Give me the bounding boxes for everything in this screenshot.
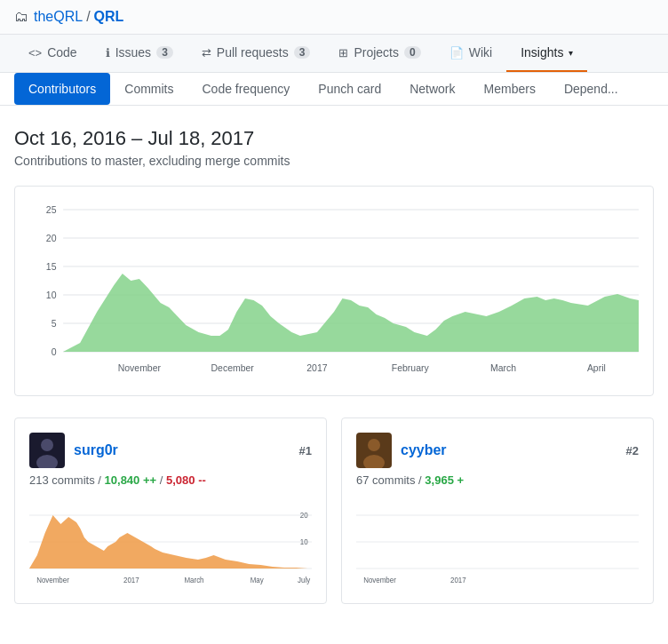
- code-icon: <>: [28, 46, 42, 60]
- contributor-2-name[interactable]: cyyber: [401, 442, 447, 458]
- svg-point-32: [368, 439, 380, 451]
- tab-projects[interactable]: ⊞ Projects 0: [324, 35, 434, 72]
- tab-projects-label: Projects: [354, 45, 399, 60]
- tab-pr-label: Pull requests: [217, 45, 289, 60]
- contributor-2-chart: November 2017: [356, 497, 639, 586]
- contributor-1-deletions: 5,080 --: [166, 473, 206, 487]
- contributors-grid: surg0r #1 213 commits / 10,840 ++ / 5,08…: [14, 417, 654, 604]
- contributor-2-stats: 67 commits / 3,965 +: [356, 473, 639, 487]
- contributor-2-avatar: [356, 433, 392, 468]
- contributor-1-name[interactable]: surg0r: [74, 442, 118, 458]
- pr-icon: ⇄: [202, 46, 211, 60]
- contributor-1-sep2: /: [160, 473, 166, 487]
- svg-text:2017: 2017: [450, 576, 466, 585]
- repo-name-link[interactable]: QRL: [94, 9, 124, 25]
- svg-text:November: November: [363, 576, 396, 585]
- tab-wiki[interactable]: 📄 Wiki: [435, 35, 506, 72]
- sub-tabs: Contributors Commits Code frequency Punc…: [0, 73, 668, 106]
- contributor-1-header: surg0r #1: [29, 433, 312, 468]
- svg-text:December: December: [211, 362, 255, 373]
- tab-issues[interactable]: ℹ Issues 3: [91, 35, 187, 72]
- tab-insights[interactable]: Insights ▾: [506, 35, 587, 72]
- contributor-1-sep1: /: [98, 473, 104, 487]
- pr-badge: 3: [294, 46, 311, 59]
- subtab-commits[interactable]: Commits: [110, 73, 187, 105]
- contributor-2-info: cyyber: [356, 433, 447, 468]
- svg-text:0: 0: [52, 346, 57, 357]
- svg-text:2017: 2017: [123, 576, 139, 585]
- nav-tabs: <> Code ℹ Issues 3 ⇄ Pull requests 3 ⊞ P…: [0, 35, 668, 73]
- contributor-1-additions: 10,840 ++: [105, 473, 157, 487]
- svg-text:5: 5: [52, 318, 57, 329]
- contributor-card-1: surg0r #1 213 commits / 10,840 ++ / 5,08…: [14, 417, 327, 604]
- projects-icon: ⊞: [338, 46, 348, 60]
- issues-badge: 3: [156, 46, 173, 59]
- main-content: Oct 16, 2016 – Jul 18, 2017 Contribution…: [0, 106, 668, 625]
- subtab-code-frequency[interactable]: Code frequency: [188, 73, 305, 105]
- contributor-2-rank: #2: [626, 444, 639, 457]
- svg-text:2017: 2017: [306, 362, 327, 373]
- main-chart-svg: 25 20 15 10 5 0 November December 2017 F…: [29, 201, 639, 378]
- subtab-dependents[interactable]: Depend...: [550, 73, 632, 105]
- issues-icon: ℹ: [106, 46, 110, 60]
- contributor-1-commits: 213 commits: [29, 473, 95, 487]
- svg-point-19: [41, 439, 53, 451]
- contributor-1-rank: #1: [299, 444, 312, 457]
- tab-insights-label: Insights: [521, 45, 563, 60]
- contributor-2-header: cyyber #2: [356, 433, 639, 468]
- subtab-contributors[interactable]: Contributors: [14, 73, 110, 105]
- subtitle: Contributions to master, excluding merge…: [14, 154, 654, 168]
- svg-text:March: March: [490, 362, 516, 373]
- projects-badge: 0: [404, 46, 421, 59]
- svg-text:25: 25: [46, 204, 57, 215]
- contributor-1-chart: 20 10 November 2017 March May July: [29, 497, 312, 586]
- contributor-1-stats: 213 commits / 10,840 ++ / 5,080 --: [29, 473, 312, 487]
- top-bar: 🗂 theQRL / QRL: [0, 0, 668, 35]
- svg-text:November: November: [118, 362, 162, 373]
- svg-text:20: 20: [300, 511, 308, 521]
- tab-pull-requests[interactable]: ⇄ Pull requests 3: [187, 35, 325, 72]
- contributor-1-info: surg0r: [29, 433, 118, 468]
- subtab-network[interactable]: Network: [395, 73, 469, 105]
- insights-dropdown-icon: ▾: [569, 48, 573, 58]
- svg-text:February: February: [392, 362, 430, 373]
- svg-text:15: 15: [46, 261, 57, 272]
- svg-text:July: July: [298, 576, 311, 585]
- tab-code-label: Code: [47, 45, 76, 60]
- svg-text:10: 10: [300, 537, 308, 547]
- svg-text:20: 20: [46, 233, 57, 243]
- contributor-2-commits: 67 commits: [356, 473, 415, 487]
- contributor-card-2: cyyber #2 67 commits / 3,965 + November …: [341, 417, 654, 604]
- subtab-members[interactable]: Members: [470, 73, 550, 105]
- tab-issues-label: Issues: [115, 45, 151, 60]
- tab-code[interactable]: <> Code: [14, 35, 91, 72]
- svg-text:November: November: [36, 576, 69, 585]
- main-chart-container: 25 20 15 10 5 0 November December 2017 F…: [14, 186, 654, 396]
- contributor-2-additions: 3,965 +: [425, 473, 464, 487]
- tab-wiki-label: Wiki: [469, 45, 492, 60]
- subtab-punch-card[interactable]: Punch card: [304, 73, 395, 105]
- wiki-icon: 📄: [449, 46, 464, 60]
- contributor-1-avatar: [29, 433, 65, 468]
- repo-owner-link[interactable]: theQRL: [34, 9, 83, 25]
- repo-icon: 🗂: [14, 9, 28, 25]
- svg-text:March: March: [184, 576, 203, 585]
- svg-text:April: April: [587, 362, 606, 373]
- date-range: Oct 16, 2016 – Jul 18, 2017: [14, 127, 654, 150]
- svg-text:10: 10: [46, 290, 57, 300]
- repo-separator: /: [86, 9, 90, 25]
- svg-text:May: May: [250, 576, 265, 585]
